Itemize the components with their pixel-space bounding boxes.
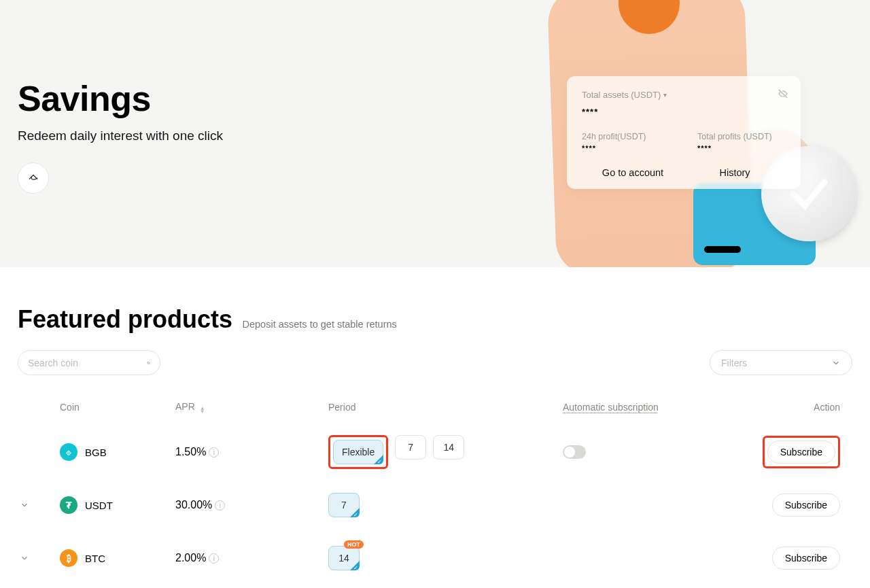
page-subtitle: Redeem daily interest with one click — [18, 128, 223, 143]
search-input[interactable] — [28, 358, 147, 368]
filters-label: Filters — [721, 358, 747, 368]
profit24-label: 24h profit(USDT) — [582, 132, 670, 141]
header-period: Period — [328, 402, 563, 413]
profit24-value: **** — [582, 144, 670, 152]
share-button[interactable] — [18, 162, 49, 194]
info-icon[interactable]: i — [209, 553, 219, 564]
info-icon[interactable]: i — [215, 500, 225, 511]
coin-symbol: USDT — [85, 500, 113, 511]
header-auto-sub[interactable]: Automatic subscription — [563, 402, 659, 413]
search-icon — [147, 358, 150, 368]
apr-value: 30.00% — [175, 499, 212, 511]
auto-subscribe-toggle[interactable] — [563, 445, 586, 459]
sort-icon: ▲▼ — [200, 407, 205, 413]
table-header: Coin APR ▲▼ Period Automatic subscriptio… — [18, 401, 852, 426]
highlight: Flexible — [328, 435, 388, 469]
filters-dropdown[interactable]: Filters — [710, 350, 852, 375]
history-link[interactable]: History — [684, 167, 786, 178]
header-action: Action — [712, 402, 852, 413]
subscribe-button[interactable]: Subscribe — [772, 494, 840, 517]
highlight: Subscribe — [763, 436, 840, 468]
svg-line-1 — [149, 363, 150, 364]
coin-icon: ₿ — [60, 549, 77, 567]
period-option[interactable]: Flexible — [333, 440, 383, 464]
assets-card: Total assets (USDT) ▾ **** 24h profit(US… — [567, 76, 801, 189]
total-assets-value: **** — [582, 107, 786, 117]
chevron-down-icon — [831, 358, 841, 368]
search-coin[interactable] — [18, 350, 160, 375]
eye-off-icon[interactable] — [778, 88, 788, 102]
header-apr[interactable]: APR ▲▼ — [175, 401, 328, 413]
table-row: ₿BTC2.00%i14HOTSubscribe — [18, 532, 852, 585]
products-table: Coin APR ▲▼ Period Automatic subscriptio… — [18, 401, 852, 585]
coin-icon: ₮ — [60, 496, 77, 514]
hero-section: Savings Redeem daily interest with one c… — [0, 0, 870, 267]
total-profits-value: **** — [697, 144, 786, 152]
apr-value: 1.50% — [175, 446, 206, 458]
table-row: ⟐BGB1.50%iFlexible714Subscribe — [18, 426, 852, 479]
total-assets-label[interactable]: Total assets (USDT) ▾ — [582, 90, 786, 100]
subscribe-button[interactable]: Subscribe — [767, 440, 835, 464]
page-title: Savings — [18, 78, 223, 119]
period-option[interactable]: 7 — [395, 435, 426, 460]
expand-row[interactable] — [18, 498, 31, 512]
total-profits-label: Total profits (USDT) — [697, 132, 786, 141]
coin-symbol: BGB — [85, 447, 107, 458]
period-option[interactable]: 14 — [433, 435, 464, 460]
subscribe-button[interactable]: Subscribe — [772, 547, 840, 570]
svg-point-0 — [147, 362, 150, 364]
table-row: ₮USDT30.00%i7Subscribe — [18, 479, 852, 532]
featured-subtitle: Deposit assets to get stable returns — [243, 319, 397, 330]
expand-row[interactable] — [18, 551, 31, 565]
go-to-account-link[interactable]: Go to account — [582, 167, 684, 178]
period-option[interactable]: 14HOT — [328, 546, 360, 570]
hot-badge: HOT — [344, 540, 364, 549]
period-option[interactable]: 7 — [328, 493, 360, 517]
coin-symbol: BTC — [85, 553, 105, 564]
chevron-down-icon: ▾ — [663, 91, 667, 99]
info-icon[interactable]: i — [209, 447, 219, 457]
coin-icon: ⟐ — [60, 443, 77, 461]
header-coin: Coin — [60, 402, 175, 413]
share-icon — [27, 172, 39, 184]
apr-value: 2.00% — [175, 552, 206, 564]
featured-title: Featured products — [18, 305, 232, 333]
